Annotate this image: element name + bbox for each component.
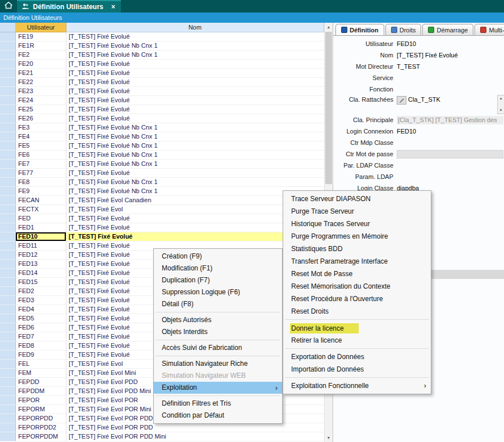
cell-nom[interactable]: [T_TEST] Fixé Evolué Nb Cnx 1 [66,151,324,160]
cell-utilisateur[interactable]: FED10 [16,232,66,241]
submenu-item-statistiques-bdd[interactable]: Statistiques BDD [283,243,431,255]
table-row-fectx[interactable]: FECTX[T_TEST] Fixé Evol [0,205,324,214]
cell-utilisateur[interactable]: FEPORPDD [16,414,66,423]
cell-utilisateur[interactable]: FEM [16,369,66,378]
table-row-fe4[interactable]: FE4[T_TEST] Fixé Evolué Nb Cnx 1 [0,132,324,141]
cell-utilisateur[interactable]: FE77 [16,169,66,178]
row-selector[interactable] [0,369,16,378]
row-selector[interactable] [0,251,16,260]
submenu-item-exploitation-fonctionnelle[interactable]: Exploitation Fonctionnelle› [283,380,431,392]
cell-utilisateur[interactable]: FED8 [16,341,66,351]
cell-utilisateur[interactable]: FE22 [16,78,66,87]
row-selector[interactable] [0,287,16,296]
field-value-mot-directeur[interactable]: T_TEST [397,63,420,70]
submenu-item-reset-proc-dure-l-ouverture[interactable]: Reset Procédure à l'Ouverture [283,293,431,305]
cell-utilisateur[interactable]: FED12 [16,251,66,260]
table-row-fecan[interactable]: FECAN[T_TEST] Fixé Evol Canadien [0,196,324,205]
menu-item-objets-autoris-s[interactable]: Objets Autorisés [154,314,282,326]
cell-utilisateur[interactable]: FE23 [16,87,66,96]
row-selector[interactable] [0,160,16,169]
cell-nom[interactable]: [T_TEST] Fixé Evolué [66,114,324,123]
row-selector[interactable] [0,423,16,432]
cell-utilisateur[interactable]: FED [16,214,66,223]
submenu-item-reset-mot-de-passe[interactable]: Reset Mot de Passe [283,268,431,280]
row-selector[interactable] [0,87,16,96]
submenu-item-trace-serveur-diapason[interactable]: Trace Serveur DIAPASON [283,193,431,205]
cell-utilisateur[interactable]: FED7 [16,332,66,341]
cell-nom[interactable]: [T_TEST] Fixé Evolué [66,78,324,87]
cell-utilisateur[interactable]: FED5 [16,314,66,323]
cell-utilisateur[interactable]: FE25 [16,105,66,114]
menu-item-d-finition-filtres-et-tris[interactable]: Définition Filtres et Tris [154,398,282,410]
table-row-fe5[interactable]: FE5[T_TEST] Fixé Evolué Nb Cnx 1 [0,141,324,151]
submenu-item-reset-droits[interactable]: Reset Droits [283,305,431,318]
row-selector[interactable] [0,187,16,196]
table-row-feporpddm[interactable]: FEPORPDDM[T_TEST] Fixé Evol POR PDD Mini [0,432,324,441]
table-row-fe1r[interactable]: FE1R[T_TEST] Fixé Evolué Nb Cnx 1 [0,41,324,51]
cell-utilisateur[interactable]: FECTX [16,205,66,214]
cell-nom[interactable]: [T_TEST] Fixé Evolué [66,60,324,69]
table-row-fe2[interactable]: FE2[T_TEST] Fixé Evolué Nb Cnx 1 [0,51,324,60]
row-selector[interactable] [0,169,16,178]
scroll-down-icon[interactable]: ▼ [325,433,333,442]
row-selector[interactable] [0,332,16,341]
table-row-fe22[interactable]: FE22[T_TEST] Fixé Evolué [0,78,324,87]
row-selector[interactable] [0,69,16,78]
row-selector[interactable] [0,123,16,132]
cell-utilisateur[interactable]: FE21 [16,69,66,78]
cell-nom[interactable]: [T_TEST] Fixé Evolué Nb Cnx 1 [66,123,324,132]
submenu-item-transfert-parametrage-interface[interactable]: Transfert Parametrage Interface [283,255,431,268]
row-selector[interactable] [0,32,16,41]
row-selector[interactable] [0,132,16,141]
row-selector[interactable] [0,432,16,441]
row-selector[interactable] [0,360,16,369]
menu-item-simulation-navigateur-riche[interactable]: Simulation Navigateur Riche [154,358,282,370]
scroll-up-icon[interactable]: ▲ [325,23,333,31]
menu-item-duplication-f7[interactable]: Duplication (F7) [154,274,282,286]
cell-nom[interactable]: [T_TEST] Fixé Evolué [66,105,324,114]
table-row-fed10[interactable]: FED10[T_TEST] Fixé Evolué [0,232,324,241]
menu-item-acc-s-suivi-de-fabrication[interactable]: Accès Suivi de Fabrication [154,342,282,354]
submenu-item-historique-traces-serveur[interactable]: Historique Traces Serveur [283,218,431,230]
scrollbar-thumb[interactable] [325,32,332,184]
cell-utilisateur[interactable]: FED2 [16,287,66,296]
cell-utilisateur[interactable]: FED15 [16,278,66,287]
edit-list-icon[interactable] [397,96,406,105]
row-selector[interactable] [0,78,16,87]
cell-utilisateur[interactable]: FE3 [16,123,66,132]
row-selector[interactable] [0,223,16,232]
cell-utilisateur[interactable]: FED14 [16,269,66,278]
tab-droits[interactable]: Droits [385,24,422,35]
cell-nom[interactable]: [T_TEST] Fixé Evolué [66,169,324,178]
table-row-fe23[interactable]: FE23[T_TEST] Fixé Evolué [0,87,324,96]
cell-nom[interactable]: [T_TEST] Fixé Evolué Nb Cnx 1 [66,41,324,51]
submenu-item-donner-la-licence[interactable]: Donner la licence [283,322,431,334]
cell-utilisateur[interactable]: FE26 [16,114,66,123]
row-selector[interactable] [0,396,16,405]
submenu-item-purge-programmes-en-m-moire[interactable]: Purge Programmes en Mémoire [283,230,431,243]
table-row-feporpdd2[interactable]: FEPORPDD2[T_TEST] Fixé Evol POR PDD [0,423,324,432]
row-selector[interactable] [0,196,16,205]
home-button[interactable] [0,0,17,12]
cell-utilisateur[interactable]: FE24 [16,96,66,105]
menu-item-condition-par-d-faut[interactable]: Condition par Défaut [154,410,282,422]
row-selector[interactable] [0,51,16,60]
table-row-fe8[interactable]: FE8[T_TEST] Fixé Evolué Nb Cnx 1 [0,178,324,187]
cell-utilisateur[interactable]: FED4 [16,305,66,314]
row-selector[interactable] [0,414,16,423]
tab-multi-lan[interactable]: Multi-Lan [474,24,504,35]
cell-utilisateur[interactable]: FE9 [16,187,66,196]
row-selector[interactable] [0,269,16,278]
submenu-item-exportation-de-donn-es[interactable]: Exportation de Données [283,351,431,363]
cell-utilisateur[interactable]: FE8 [16,178,66,187]
row-selector[interactable] [0,178,16,187]
cell-nom[interactable]: [T_TEST] Fixé Evol POR PDD [66,423,324,432]
submenu-item-importation-de-donn-es[interactable]: Importation de Données [283,363,431,376]
cell-nom[interactable]: [T_TEST] Fixé Evolué [66,32,324,41]
row-selector[interactable] [0,296,16,305]
field-value-cla-rattach-es[interactable]: Cla_T_STK [408,96,440,103]
row-selector[interactable] [0,60,16,69]
table-row-fe25[interactable]: FE25[T_TEST] Fixé Evolué [0,105,324,114]
table-row-fe26[interactable]: FE26[T_TEST] Fixé Evolué [0,114,324,123]
row-selector[interactable] [0,260,16,269]
